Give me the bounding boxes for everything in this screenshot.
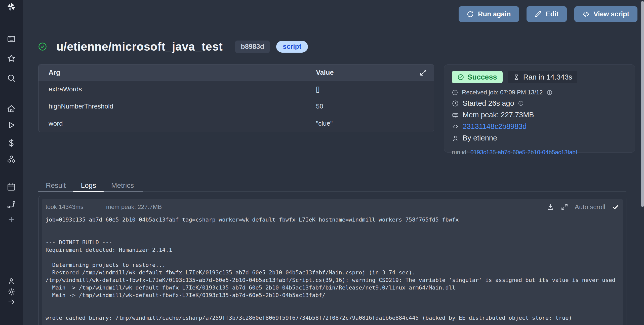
user-person-icon[interactable] (8, 277, 15, 285)
view-script-button[interactable]: View script (574, 6, 637, 22)
arg-value: 50 (316, 102, 434, 110)
args-table: Arg Value extraWords [] highNumberThresh… (38, 64, 434, 132)
args-table-header: Arg Value (38, 64, 434, 81)
author-text: By etienne (463, 134, 497, 142)
edit-label: Edit (546, 10, 559, 18)
auto-scroll-checkbox[interactable] (612, 203, 619, 211)
arg-name: extraWords (38, 85, 316, 93)
arg-name: word (38, 120, 316, 127)
check-circle-icon (457, 74, 464, 81)
flows-route-icon[interactable] (7, 200, 16, 209)
result-tabs: Result Logs Metrics (38, 179, 143, 192)
title-row: u/etienne/microsoft_java_test b8983d scr… (38, 40, 308, 53)
script-hash-row: 23131148c2b8983d (452, 122, 627, 131)
run-again-label: Run again (478, 10, 511, 18)
table-row: highNumberThreshold 50 (38, 98, 434, 115)
home-icon[interactable] (7, 104, 16, 113)
refresh-icon (467, 11, 474, 18)
resources-boxes-icon[interactable] (7, 155, 16, 164)
logs-tab-panel: took 14343ms mem peak: 227.7MB Auto scro… (38, 196, 626, 325)
script-kind-badge[interactable]: script (276, 41, 308, 53)
pencil-icon (535, 11, 542, 18)
clock-icon (452, 100, 459, 107)
job-status-card: Success Ran in 14.343s Received job: 07:… (444, 64, 635, 153)
success-check-circle-icon (38, 42, 47, 51)
info-icon[interactable] (547, 90, 552, 95)
run-id-label: run id: (452, 149, 468, 156)
expand-args-icon[interactable] (419, 69, 427, 77)
table-row: word "clue" (38, 115, 434, 132)
collapse-arrow-right-icon[interactable] (8, 298, 15, 306)
expand-log-icon[interactable] (561, 203, 568, 211)
code-icon (582, 11, 590, 18)
run-again-button[interactable]: Run again (459, 6, 519, 22)
clock-icon (452, 89, 458, 96)
memory-icon (452, 112, 459, 119)
settings-gear-icon[interactable] (8, 288, 15, 296)
received-job-text: Received job: 07:09 PM 13/12 (462, 89, 543, 96)
apps-keyboard-icon[interactable] (7, 34, 16, 44)
page-title: u/etienne/microsoft_java_test (56, 40, 223, 53)
tab-metrics[interactable]: Metrics (104, 179, 141, 192)
runs-play-icon[interactable] (7, 121, 16, 130)
table-row: extraWords [] (38, 81, 434, 98)
check-icon (612, 203, 619, 211)
edit-button[interactable]: Edit (527, 6, 567, 22)
mem-peak-text: Mem peak: 227.73MB (463, 111, 534, 119)
status-label: Success (467, 73, 497, 81)
log-text: job=0193c135-ab7d-60e5-2b10-04b5ac13fabf… (46, 216, 619, 322)
person-icon (452, 135, 459, 142)
favorites-star-icon[interactable] (7, 54, 16, 63)
schedules-calendar-icon[interactable] (7, 182, 16, 191)
value-column-header: Value (316, 69, 419, 77)
arg-name: highNumberThreshold (38, 102, 316, 110)
code-icon (452, 123, 459, 130)
log-took: took 14343ms (46, 203, 84, 210)
received-job-row: Received job: 07:09 PM 13/12 (452, 89, 627, 96)
info-icon[interactable] (518, 100, 524, 106)
started-text: Started 26s ago (463, 99, 514, 107)
toolbar: Run again Edit View script (459, 6, 637, 22)
search-icon[interactable] (7, 74, 16, 83)
log-viewer: took 14343ms mem peak: 227.7MB Auto scro… (42, 199, 623, 325)
hourglass-icon (513, 74, 519, 80)
tab-logs[interactable]: Logs (73, 179, 104, 192)
arg-column-header: Arg (38, 69, 316, 77)
author-row: By etienne (452, 134, 627, 142)
sidebar-separator (0, 93, 23, 93)
arg-value: [] (316, 85, 434, 93)
sidebar (0, 0, 23, 325)
variables-dollar-icon[interactable] (7, 138, 16, 148)
log-mem-peak: mem peak: 227.7MB (106, 203, 162, 210)
view-script-label: View script (594, 10, 629, 18)
duration-chip: Ran in 14.343s (508, 71, 577, 83)
windmill-logo[interactable] (0, 0, 23, 14)
add-plus-icon[interactable] (8, 215, 15, 223)
script-hash-link[interactable]: 23131148c2b8983d (463, 122, 527, 131)
run-id-link[interactable]: 0193c135-ab7d-60e5-2b10-04b5ac13fabf (470, 149, 577, 156)
tab-result[interactable]: Result (38, 179, 73, 192)
page-scrollbar[interactable] (641, 1, 644, 207)
run-id-row: run id:0193c135-ab7d-60e5-2b10-04b5ac13f… (452, 149, 627, 156)
arg-value: "clue" (316, 120, 434, 127)
auto-scroll-label: Auto scroll (575, 203, 605, 211)
log-header: took 14343ms mem peak: 227.7MB Auto scro… (46, 199, 619, 214)
status-badge: Success (452, 71, 503, 83)
hash-badge: b8983d (235, 41, 270, 53)
download-log-icon[interactable] (547, 203, 554, 211)
mem-peak-row: Mem peak: 227.73MB (452, 111, 627, 119)
started-row: Started 26s ago (452, 99, 627, 107)
duration-label: Ran in 14.343s (523, 73, 572, 81)
